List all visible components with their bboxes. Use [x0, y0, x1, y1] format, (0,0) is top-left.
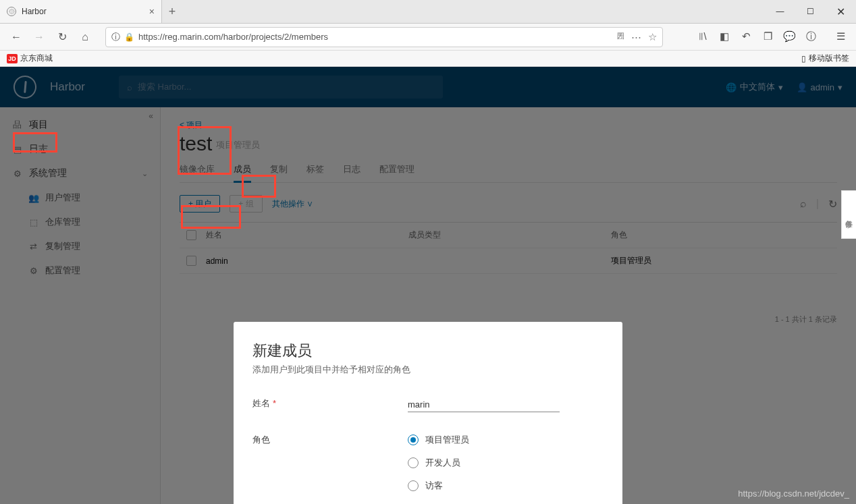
copy-icon[interactable]: ❐	[759, 30, 776, 43]
radio-project-admin[interactable]: 项目管理员	[408, 434, 469, 446]
help-icon[interactable]: ⓘ	[802, 30, 820, 43]
mobile-icon: ▯	[801, 54, 806, 63]
lock-icon[interactable]: 🔒	[124, 32, 134, 42]
nav-back[interactable]: ←	[7, 28, 26, 47]
url-bar[interactable]: ⓘ 🔒 https://reg.marin.com/harbor/project…	[105, 27, 663, 47]
nav-forward[interactable]: →	[30, 28, 49, 47]
modal-title: 新建成员	[252, 341, 604, 361]
new-member-modal: 新建成员 添加用户到此项目中并给予相对应的角色 姓名* 角色 项目管理员 开发人…	[234, 322, 622, 504]
bookmark-star-icon[interactable]: ☆	[648, 31, 657, 43]
new-tab-button[interactable]: +	[162, 0, 182, 23]
bookmarks-bar: JD 京东商城 ▯ 移动版书签	[0, 51, 856, 67]
harbor-app: Harbor ⌕ 搜索 Harbor... 🌐 中文简体 ▾ 👤 admin ▾…	[0, 67, 856, 504]
window-maximize[interactable]: ☐	[795, 0, 826, 23]
undo-icon[interactable]: ↶	[737, 30, 755, 43]
url-text: https://reg.marin.com/harbor/projects/2/…	[138, 32, 328, 42]
radio-icon	[408, 457, 419, 468]
name-label: 姓名*	[252, 397, 408, 410]
chat-icon[interactable]: 💬	[780, 30, 798, 43]
info-icon[interactable]: ⓘ	[111, 31, 120, 43]
reader-icon[interactable]: 圐	[617, 31, 624, 43]
events-side-tab[interactable]: 任务事件	[841, 190, 856, 239]
window-close[interactable]: ✕	[826, 0, 856, 23]
nav-reload[interactable]: ↻	[53, 28, 72, 47]
watermark: https://blog.csdn.net/jdcdev_	[738, 488, 849, 499]
window-controls: — ☐ ✕	[765, 0, 856, 23]
modal-description: 添加用户到此项目中并给予相对应的角色	[252, 364, 604, 376]
radio-guest[interactable]: 访客	[408, 480, 469, 492]
browser-tab[interactable]: ۞ Harbor ×	[0, 0, 162, 23]
menu-icon[interactable]: ☰	[832, 30, 849, 43]
radio-icon	[408, 435, 419, 445]
browser-toolbar: ← → ↻ ⌂ ⓘ 🔒 https://reg.marin.com/harbor…	[0, 24, 856, 51]
name-input[interactable]	[408, 397, 560, 412]
tab-close-icon[interactable]: ×	[149, 6, 155, 17]
page-actions-icon[interactable]: ⋯	[631, 31, 641, 43]
bookmark-mobile[interactable]: ▯ 移动版书签	[801, 53, 849, 64]
library-icon[interactable]: ⫴\	[694, 30, 712, 43]
tab-favicon: ۞	[7, 7, 16, 16]
window-minimize[interactable]: —	[765, 0, 795, 23]
radio-developer[interactable]: 开发人员	[408, 457, 469, 469]
tab-title: Harbor	[22, 7, 47, 16]
toolbar-icons: ⫴\ ◧ ↶ ❐ 💬 ⓘ ☰	[694, 30, 849, 43]
browser-titlebar: ۞ Harbor × + — ☐ ✕	[0, 0, 856, 24]
role-label: 角色	[252, 434, 408, 446]
radio-icon	[408, 480, 419, 491]
bookmark-jd[interactable]: JD 京东商城	[7, 53, 53, 64]
sidebar-icon[interactable]: ◧	[716, 30, 733, 43]
jd-icon: JD	[7, 54, 18, 63]
nav-home[interactable]: ⌂	[76, 28, 95, 47]
